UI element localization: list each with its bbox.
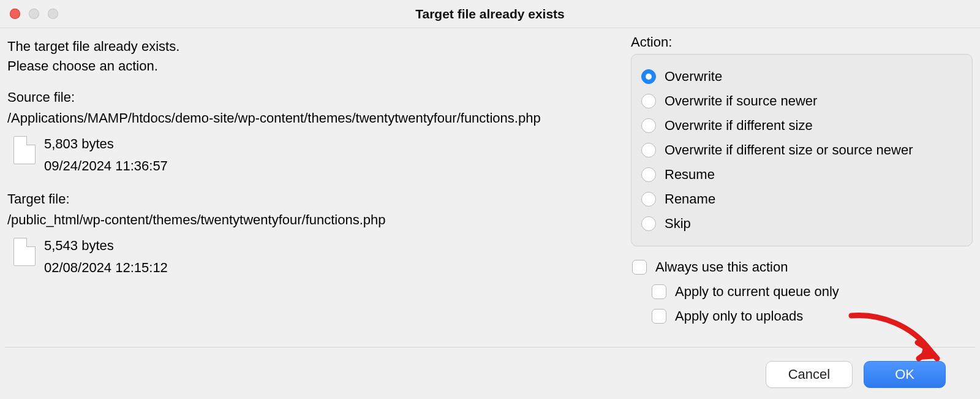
action-option-overwrite-if-source-newer[interactable]: Overwrite if source newer	[640, 89, 962, 113]
checkbox-label: Apply only to uploads	[675, 308, 803, 324]
action-option-label: Overwrite if source newer	[665, 93, 817, 109]
file-icon-wrap	[7, 234, 42, 266]
zoom-window-icon	[48, 9, 58, 19]
radio-icon	[641, 192, 656, 207]
action-option-label: Overwrite if different size	[665, 118, 813, 134]
action-option-label: Skip	[665, 216, 691, 232]
source-file-block: 5,803 bytes 09/24/2024 11:36:57	[7, 132, 624, 178]
target-file-label: Target file:	[7, 191, 624, 207]
file-icon-wrap	[7, 132, 42, 164]
action-column: Action: Overwrite Overwrite if source ne…	[631, 34, 973, 329]
target-file-info: 5,543 bytes 02/08/2024 12:15:12	[44, 234, 168, 279]
message-line-1: The target file already exists.	[7, 37, 624, 56]
checkbox-apply-to-current-queue-only[interactable]: Apply to current queue only	[631, 279, 973, 304]
file-icon	[13, 136, 36, 164]
action-checkboxes: Always use this action Apply to current …	[631, 255, 973, 329]
file-icon	[13, 238, 36, 266]
target-file-size: 5,543 bytes	[44, 235, 168, 256]
source-file-label: Source file:	[7, 89, 624, 105]
radio-icon	[641, 216, 656, 231]
action-option-label: Overwrite if different size or source ne…	[665, 142, 913, 158]
checkbox-icon	[652, 309, 666, 324]
dialog-window: Target file already exists The target fi…	[0, 0, 980, 399]
footer-divider	[5, 347, 975, 348]
checkbox-icon	[652, 284, 666, 299]
source-file-path: /Applications/MAMP/htdocs/demo-site/wp-c…	[7, 110, 624, 126]
action-option-label: Resume	[665, 167, 715, 183]
target-file-path: /public_html/wp-content/themes/twentytwe…	[7, 212, 624, 228]
checkbox-label: Always use this action	[655, 259, 788, 275]
message-line-2: Please choose an action.	[7, 56, 624, 76]
file-info-column: The target file already exists. Please c…	[7, 34, 624, 329]
action-option-label: Rename	[665, 191, 715, 207]
target-file-date: 02/08/2024 12:15:12	[44, 257, 168, 278]
action-option-skip[interactable]: Skip	[640, 211, 962, 236]
checkbox-label: Apply to current queue only	[675, 284, 839, 300]
window-title: Target file already exists	[0, 7, 980, 21]
radio-icon	[641, 167, 656, 182]
dialog-button-bar: Cancel OK	[766, 361, 946, 388]
radio-icon	[641, 118, 656, 133]
cancel-button[interactable]: Cancel	[766, 361, 853, 388]
title-bar: Target file already exists	[0, 0, 980, 28]
action-option-rename[interactable]: Rename	[640, 187, 962, 211]
action-option-label: Overwrite	[665, 69, 722, 85]
ok-button[interactable]: OK	[864, 361, 946, 388]
action-option-overwrite[interactable]: Overwrite	[640, 64, 962, 89]
action-group-label: Action:	[631, 34, 973, 50]
checkbox-always-use-this-action[interactable]: Always use this action	[631, 255, 973, 279]
minimize-window-icon	[29, 9, 39, 19]
window-controls	[10, 9, 58, 19]
action-option-resume[interactable]: Resume	[640, 162, 962, 187]
radio-icon	[641, 69, 656, 84]
close-window-icon[interactable]	[10, 9, 20, 19]
radio-icon	[641, 143, 656, 158]
radio-icon	[641, 94, 656, 108]
action-option-overwrite-if-different-size-or-source-newer[interactable]: Overwrite if different size or source ne…	[640, 138, 962, 162]
action-radio-group: Overwrite Overwrite if source newer Over…	[631, 54, 973, 246]
source-file-date: 09/24/2024 11:36:57	[44, 156, 168, 177]
source-file-size: 5,803 bytes	[44, 134, 168, 154]
target-file-block: 5,543 bytes 02/08/2024 12:15:12	[7, 234, 624, 279]
checkbox-apply-only-to-uploads[interactable]: Apply only to uploads	[631, 304, 973, 329]
action-option-overwrite-if-different-size[interactable]: Overwrite if different size	[640, 113, 962, 138]
checkbox-icon	[632, 260, 647, 275]
source-file-info: 5,803 bytes 09/24/2024 11:36:57	[44, 132, 168, 178]
dialog-body: The target file already exists. Please c…	[0, 28, 980, 329]
